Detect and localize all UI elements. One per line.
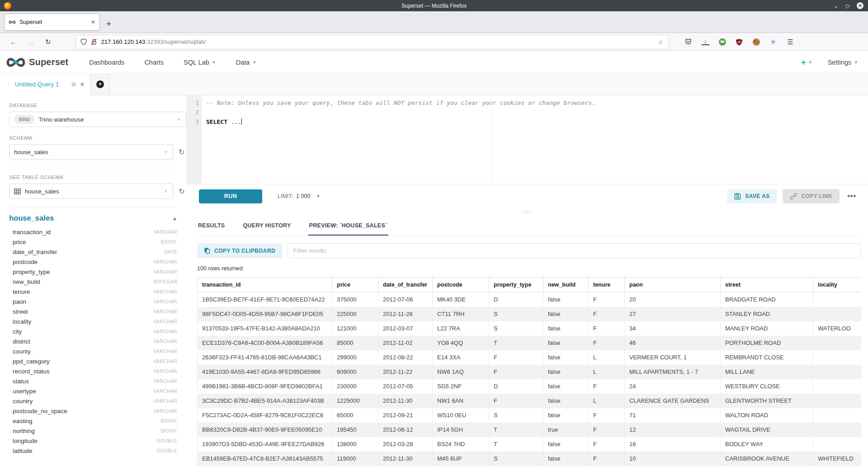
schema-label: SCHEMA <box>9 135 186 141</box>
reload-button[interactable]: ↻ <box>45 38 51 46</box>
column-row[interactable]: northing BIGINT <box>9 426 186 436</box>
column-row[interactable]: tenure VARCHAR <box>9 287 186 297</box>
query-tab-active[interactable]: ⋮ Untitled Query 1 ✕ <box>0 74 90 95</box>
insecure-lock-icon[interactable] <box>91 38 97 45</box>
header-cell[interactable]: tenure <box>589 278 625 292</box>
column-row[interactable]: easting BIGINT <box>9 416 186 426</box>
more-options-button[interactable]: ••• <box>847 192 856 200</box>
pocket-icon[interactable] <box>684 38 692 46</box>
query-tab-close-icon[interactable]: ✕ <box>80 81 85 88</box>
hamburger-menu-icon[interactable]: ☰ <box>787 38 794 46</box>
column-row[interactable]: date_of_transfer DATE <box>9 247 186 257</box>
url-bar[interactable]: 217.160.120.143:32393/superset/sqllab/ ☆ <box>76 35 668 49</box>
nav-item-charts[interactable]: Charts <box>144 59 164 66</box>
header-cell[interactable]: new_build <box>543 278 589 292</box>
tab-close-icon[interactable]: ✕ <box>91 19 95 25</box>
column-row[interactable]: postcode VARCHAR <box>9 257 186 267</box>
superset-brand[interactable]: Superset <box>6 57 68 67</box>
column-row[interactable]: new_build BOOLEAN <box>9 277 186 287</box>
column-row[interactable]: county VARCHAR <box>9 346 186 356</box>
column-row[interactable]: locality VARCHAR <box>9 316 186 326</box>
new-item-button[interactable]: +▼ <box>801 57 812 67</box>
header-cell[interactable]: paon <box>625 278 721 292</box>
save-as-button[interactable]: SAVE AS <box>727 189 777 203</box>
column-row[interactable]: transaction_id VARCHAR <box>9 227 186 237</box>
database-select[interactable]: trino Trino warehouse ▼ <box>9 112 186 127</box>
limit-dropdown[interactable]: LIMIT: 1 000 ▼ <box>278 193 320 199</box>
column-row[interactable]: district VARCHAR <box>9 336 186 346</box>
column-row[interactable]: latitude DOUBLE <box>9 446 186 456</box>
table-row[interactable]: 98F5DC47-0D05-4D59-95B7-98CA6F1FDE05 225… <box>198 307 862 321</box>
nav-item-dashboards[interactable]: Dashboards <box>89 59 124 66</box>
table-row[interactable]: F5C273AC-0D2A-458F-8279-9C61F0C22EC6 650… <box>198 408 862 423</box>
table-schema-heading[interactable]: house_sales <box>9 214 172 222</box>
settings-menu[interactable]: Settings▼ <box>828 59 858 66</box>
window-close-button[interactable]: ✕ <box>857 2 863 9</box>
column-name: postcode_no_space <box>13 408 153 414</box>
nav-item-sql-lab[interactable]: SQL Lab▼ <box>184 59 216 66</box>
table-row[interactable]: 419E1030-9A55-4467-8DA9-9FED95D65966 609… <box>198 365 862 379</box>
asterisk-extension-icon[interactable]: ✳ <box>769 38 777 46</box>
column-row[interactable]: longitude DOUBLE <box>9 436 186 446</box>
table-row[interactable]: 2636F323-FF41-4765-81DB-98CAA6A43BC1 299… <box>198 350 862 365</box>
ublock-icon[interactable]: uB <box>736 38 743 46</box>
table-row[interactable]: BB8320C9-D82B-4B37-90E0-9FEE05095E10 195… <box>198 423 862 437</box>
pane-resizer[interactable] <box>186 208 868 216</box>
chevron-up-icon[interactable]: ▲ <box>172 216 177 221</box>
forward-button[interactable]: → <box>28 38 34 46</box>
column-row[interactable]: property_type VARCHAR <box>9 267 186 277</box>
nav-item-data[interactable]: Data▼ <box>236 59 257 66</box>
column-row[interactable]: status VARCHAR <box>9 376 186 386</box>
column-row[interactable]: city VARCHAR <box>9 326 186 336</box>
header-cell[interactable]: property_type <box>489 278 543 292</box>
header-cell[interactable]: date_of_transfer <box>378 278 433 292</box>
back-button[interactable]: ← <box>10 38 17 46</box>
table-select[interactable]: house_sales ▼ <box>9 184 173 199</box>
sql-editor[interactable]: 1 2 3 -- Note: Unless you save your quer… <box>186 95 868 184</box>
tab-query-history[interactable]: QUERY HISTORY <box>242 216 292 236</box>
table-row[interactable]: 1B5C39ED-BE7F-41EF-9E71-9C60EED74A22 375… <box>198 292 862 307</box>
downloads-icon[interactable]: ↓ <box>702 38 709 45</box>
browser-tab-superset[interactable]: Superset ✕ <box>4 14 100 31</box>
column-row[interactable]: price BIGINT <box>9 237 186 247</box>
copy-link-button[interactable]: COPY LINK <box>783 189 840 203</box>
privacy-extension-icon[interactable] <box>719 38 726 46</box>
tab-preview-house-sales[interactable]: PREVIEW: `HOUSE_SALES` <box>308 216 388 236</box>
table-row[interactable]: 91370533-19F5-47FE-B142-A380A8ADA210 121… <box>198 321 862 336</box>
tab-results[interactable]: RESULTS <box>197 216 226 236</box>
column-row[interactable]: usertype VARCHAR <box>9 386 186 396</box>
header-cell[interactable]: locality <box>813 278 862 292</box>
header-cell[interactable]: street <box>721 278 813 292</box>
column-row[interactable]: record_status VARCHAR <box>9 366 186 376</box>
schema-select[interactable]: house_sales ▼ <box>9 144 173 160</box>
drag-handle-icon[interactable]: ⋮ <box>5 81 11 88</box>
refresh-tables-icon[interactable]: ↻ <box>177 187 186 196</box>
column-row[interactable]: ppd_category VARCHAR <box>9 356 186 366</box>
table-row[interactable]: 499B1981-3B6B-4BCD-808F-9FED9802BFA1 230… <box>198 379 862 394</box>
column-row[interactable]: country VARCHAR <box>9 396 186 406</box>
cell-tenure: F <box>589 307 625 321</box>
header-cell[interactable]: transaction_id <box>198 278 332 292</box>
table-row[interactable]: 3C3C29DC-B7B2-4BE5-914A-A38123AF403B 122… <box>198 394 862 408</box>
tracking-shield-icon[interactable] <box>80 38 87 45</box>
table-row[interactable]: 193907D3-5DBD-453D-A49E-9FEE27DAB926 138… <box>198 437 862 452</box>
refresh-schemas-icon[interactable]: ↻ <box>177 148 186 156</box>
run-button[interactable]: RUN <box>199 189 262 203</box>
filter-results-input[interactable] <box>288 243 861 258</box>
header-cell[interactable]: postcode <box>433 278 489 292</box>
new-tab-button[interactable]: + <box>106 19 111 28</box>
window-minimize-button[interactable]: ⌄ <box>834 3 838 9</box>
editor-code[interactable]: -- Note: Unless you save your query, the… <box>202 95 868 184</box>
bookmark-star-icon[interactable]: ☆ <box>658 38 664 46</box>
header-cell[interactable]: price <box>332 278 378 292</box>
add-query-tab[interactable]: + <box>90 74 110 95</box>
column-row[interactable]: postcode_no_space VARCHAR <box>9 406 186 416</box>
column-row[interactable]: street VARCHAR <box>9 306 186 316</box>
column-row[interactable]: paon VARCHAR <box>9 297 186 306</box>
copy-to-clipboard-button[interactable]: COPY TO CLIPBOARD <box>197 243 282 258</box>
cell-property-type: S <box>489 408 543 423</box>
cookie-extension-icon[interactable] <box>753 38 760 46</box>
window-maximize-button[interactable]: ◇ <box>845 3 849 9</box>
table-row[interactable]: ECE1D376-C9A6-4C00-B004-A380B189FA56 850… <box>198 336 862 350</box>
table-row[interactable]: EB1459EB-67ED-47C8-B2E7-A38143AB5575 119… <box>198 452 862 466</box>
